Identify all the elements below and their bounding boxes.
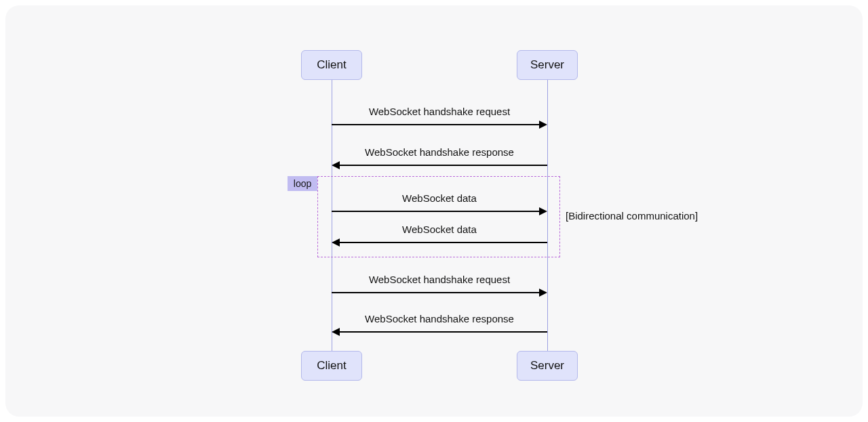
arrow-right-1 [332,119,547,130]
msg2-label: WebSocket handshake response [332,146,547,158]
arrow-right-2 [332,206,547,217]
svg-marker-5 [539,207,547,215]
msg5-label: WebSocket handshake request [332,274,547,285]
actor-client-bottom-label: Client [317,359,346,373]
svg-marker-1 [539,121,547,129]
msg4-label: WebSocket data [332,224,547,235]
loop-tag: loop [288,176,317,191]
actor-client-top: Client [301,50,362,80]
loop-tag-label: loop [294,178,311,189]
actor-server-bottom-label: Server [530,359,564,373]
msg1-label: WebSocket handshake request [332,106,547,117]
msg3-label: WebSocket data [332,192,547,204]
svg-marker-9 [539,289,547,297]
actor-server-top: Server [517,50,578,80]
actor-client-top-label: Client [317,58,346,72]
actor-client-bottom: Client [301,351,362,381]
arrow-left-2 [332,237,547,248]
arrow-left-1 [332,160,547,171]
svg-marker-3 [332,161,340,169]
msg6-label: WebSocket handshake response [332,313,547,324]
arrow-right-3 [332,287,547,298]
actor-server-bottom: Server [517,351,578,381]
svg-marker-7 [332,238,340,247]
svg-marker-11 [332,328,340,336]
arrow-left-3 [332,326,547,337]
diagram-panel: Client Server WebSocket handshake reques… [5,5,863,417]
actor-server-top-label: Server [530,58,564,72]
loop-note: [Bidirectional communication] [566,210,698,221]
